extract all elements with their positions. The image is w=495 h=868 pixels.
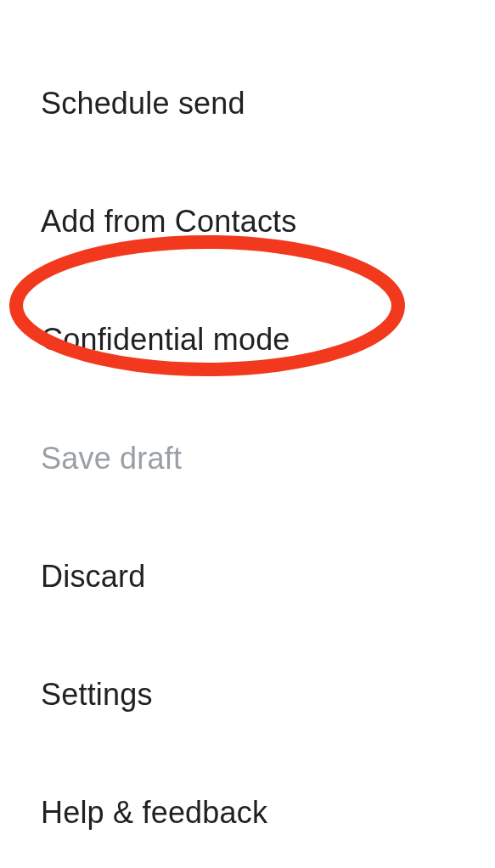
menu-item-help-feedback[interactable]: Help & feedback bbox=[41, 753, 495, 868]
menu-item-save-draft: Save draft bbox=[41, 399, 495, 517]
menu-item-settings[interactable]: Settings bbox=[41, 635, 495, 753]
menu-item-add-from-contacts[interactable]: Add from Contacts bbox=[41, 162, 495, 280]
menu-item-discard[interactable]: Discard bbox=[41, 517, 495, 635]
overflow-menu: Schedule send Add from Contacts Confiden… bbox=[0, 0, 495, 868]
menu-item-confidential-mode[interactable]: Confidential mode bbox=[41, 280, 495, 398]
menu-item-schedule-send[interactable]: Schedule send bbox=[41, 44, 495, 162]
